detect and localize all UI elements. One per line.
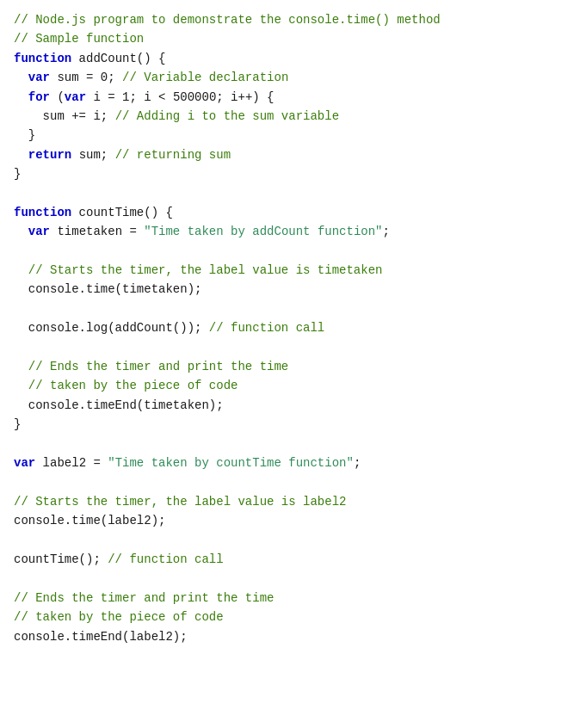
code-editor: // Node.js program to demonstrate the co… — [14, 10, 566, 646]
code-line — [14, 338, 566, 357]
code-line: var timetaken = "Time taken by addCount … — [14, 222, 566, 241]
comment-token: // Node.js program to demonstrate the co… — [14, 13, 441, 27]
string-token: "Time taken by countTime function" — [108, 456, 354, 470]
comment-token: // Starts the timer, the label value is … — [28, 263, 383, 277]
normal-token — [14, 263, 28, 277]
normal-token: console.log(addCount()); — [14, 321, 209, 335]
normal-token — [14, 225, 28, 238]
code-line: // taken by the piece of code — [14, 376, 566, 395]
comment-token: // function call — [108, 552, 223, 566]
comment-token: // returning sum — [115, 148, 231, 162]
code-line: countTime(); // function call — [14, 550, 566, 569]
normal-token: ( — [50, 90, 65, 104]
normal-token: console.timeEnd(label2); — [14, 630, 188, 644]
normal-token — [14, 90, 28, 104]
normal-token: sum += i; — [14, 109, 115, 123]
keyword-token: for — [28, 90, 50, 104]
normal-token: } — [14, 167, 21, 181]
keyword-token: return — [28, 148, 71, 162]
code-line: } — [14, 415, 566, 434]
normal-token: countTime() { — [71, 206, 173, 219]
normal-token: timetaken = — [50, 225, 144, 238]
code-line — [14, 569, 566, 588]
code-line — [14, 472, 566, 491]
comment-token: // Ends the timer and print the time — [28, 360, 288, 373]
code-line: console.timeEnd(timetaken); — [14, 396, 566, 415]
comment-token: // function call — [209, 321, 324, 335]
normal-token: console.time(timetaken); — [14, 282, 201, 296]
code-line: for (var i = 1; i < 500000; i++) { — [14, 88, 566, 107]
string-token: "Time taken by addCount function" — [144, 225, 382, 238]
normal-token: i = 1; i < 500000; i++) { — [86, 90, 274, 104]
code-line: console.time(label2); — [14, 511, 566, 530]
code-line: // Sample function — [14, 29, 566, 48]
keyword-token: function — [14, 206, 71, 219]
code-line: console.timeEnd(label2); — [14, 627, 566, 646]
comment-token: // Ends the timer and print the time — [14, 591, 274, 605]
code-line: // Ends the timer and print the time — [14, 357, 566, 376]
code-line: // taken by the piece of code — [14, 608, 566, 626]
code-line — [14, 435, 566, 453]
comment-token: // Adding i to the sum variable — [115, 109, 339, 123]
code-line: } — [14, 126, 566, 145]
normal-token: countTime(); — [14, 552, 108, 566]
normal-token — [14, 71, 28, 84]
normal-token — [14, 148, 28, 162]
comment-token: // Starts the timer, the label value is … — [14, 495, 346, 509]
normal-token: console.time(label2); — [14, 514, 165, 527]
comment-token: // Variable declaration — [122, 71, 288, 84]
keyword-token: var — [28, 225, 50, 238]
code-line — [14, 299, 566, 318]
normal-token: sum = 0; — [50, 71, 122, 84]
code-line: var label2 = "Time taken by countTime fu… — [14, 453, 566, 472]
code-line — [14, 184, 566, 203]
code-line: // Node.js program to demonstrate the co… — [14, 10, 566, 29]
code-line: return sum; // returning sum — [14, 145, 566, 164]
code-line: var sum = 0; // Variable declaration — [14, 68, 566, 87]
comment-token: // Sample function — [14, 32, 144, 46]
code-line: function addCount() { — [14, 49, 566, 68]
code-line: } — [14, 164, 566, 183]
comment-token: // taken by the piece of code — [14, 610, 224, 624]
normal-token: ; — [354, 456, 361, 470]
normal-token: sum; — [71, 148, 114, 162]
keyword-token: var — [14, 456, 35, 470]
code-line: console.time(timetaken); — [14, 280, 566, 299]
keyword-token: var — [28, 71, 50, 84]
normal-token: ; — [383, 225, 390, 238]
normal-token: console.timeEnd(timetaken); — [14, 398, 224, 412]
normal-token: label2 = — [35, 456, 108, 470]
normal-token — [14, 379, 28, 392]
code-line: console.log(addCount()); // function cal… — [14, 318, 566, 337]
keyword-token: function — [14, 52, 71, 65]
code-line — [14, 531, 566, 550]
code-line: // Starts the timer, the label value is … — [14, 261, 566, 280]
code-line: function countTime() { — [14, 203, 566, 222]
code-line — [14, 242, 566, 261]
normal-token — [14, 360, 28, 373]
code-line: // Ends the timer and print the time — [14, 589, 566, 608]
keyword-token: var — [65, 90, 86, 104]
comment-token: // taken by the piece of code — [28, 379, 238, 392]
normal-token: addCount() { — [71, 52, 165, 65]
code-line: // Starts the timer, the label value is … — [14, 492, 566, 511]
code-line: sum += i; // Adding i to the sum variabl… — [14, 107, 566, 126]
normal-token: } — [14, 417, 21, 431]
normal-token: } — [14, 128, 35, 142]
